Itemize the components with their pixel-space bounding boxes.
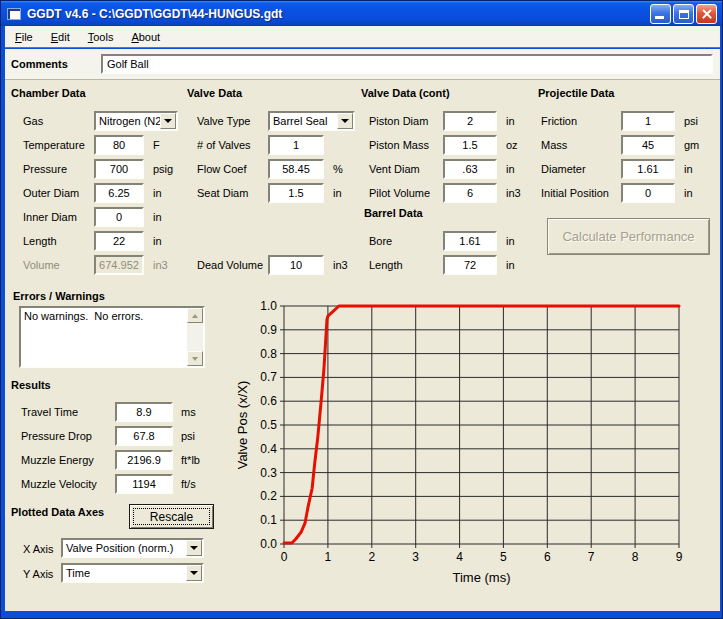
chamber-length-unit: in [153, 235, 162, 247]
seat-diam-unit: in [333, 187, 342, 199]
inner-diam-input[interactable] [94, 207, 144, 227]
x-tick-label: 1 [325, 550, 332, 564]
vent-diam-unit: in [506, 163, 515, 175]
flow-coef-input[interactable] [268, 159, 324, 179]
flow-coef-unit: % [333, 163, 343, 175]
titlebar[interactable]: GGDT v4.6 - C:\GGDT\GGDT\44-HUNGUS.gdt [1, 1, 722, 26]
muzzle-energy-label: Muzzle Energy [21, 454, 94, 466]
menu-edit[interactable]: Edit [49, 29, 72, 45]
initial-position-unit: in [684, 187, 693, 199]
bore-label: Bore [369, 235, 392, 247]
bore-unit: in [506, 235, 515, 247]
gas-select[interactable]: Nitrogen (N2) [94, 111, 178, 131]
minimize-button[interactable] [650, 4, 671, 24]
y-tick-label: 0.6 [260, 394, 277, 408]
initial-position-input[interactable] [621, 183, 675, 203]
calculate-performance-button[interactable]: Calculate Performance [547, 218, 710, 255]
window-title: GGDT v4.6 - C:\GGDT\GGDT\44-HUNGUS.gdt [27, 7, 282, 21]
pilot-volume-input[interactable] [443, 183, 497, 203]
seat-diam-label: Seat Diam [197, 187, 248, 199]
dead-volume-input[interactable] [268, 255, 324, 275]
chevron-down-icon[interactable] [160, 113, 176, 129]
results-title: Results [11, 379, 51, 391]
outer-diam-input[interactable] [94, 183, 144, 203]
scroll-up-icon [192, 314, 198, 318]
seat-diam-input[interactable] [268, 183, 324, 203]
x-axis-title: Time (ms) [452, 570, 510, 585]
vent-diam-label: Vent Diam [369, 163, 420, 175]
menu-tools[interactable]: Tools [86, 29, 116, 45]
menu-file[interactable]: File [13, 29, 35, 45]
scroll-down-button[interactable] [187, 351, 203, 366]
pressure-drop-output [115, 426, 173, 446]
chevron-down-icon[interactable] [337, 113, 353, 129]
y-tick-label: 0.2 [260, 489, 277, 503]
valve-type-select[interactable]: Barrel Seal [268, 111, 355, 131]
valve-data-title: Valve Data [187, 87, 242, 99]
friction-input[interactable] [621, 111, 675, 131]
piston-diam-unit: in [506, 115, 515, 127]
pilot-volume-label: Pilot Volume [369, 187, 430, 199]
chamber-length-label: Length [23, 235, 57, 247]
y-tick-label: 0.5 [260, 418, 277, 432]
diameter-unit: in [684, 163, 693, 175]
pressure-label: Pressure [23, 163, 67, 175]
close-icon [701, 8, 713, 20]
x-axis-value: Valve Position (norm.) [63, 542, 186, 554]
menu-about[interactable]: About [129, 29, 162, 45]
comments-input[interactable] [101, 54, 713, 74]
piston-mass-input[interactable] [443, 135, 497, 155]
mass-unit: gm [684, 139, 699, 151]
errors-textarea[interactable]: No warnings. No errors. [19, 306, 205, 368]
chevron-down-icon[interactable] [186, 540, 202, 556]
comments-label: Comments [11, 58, 68, 70]
inner-diam-label: Inner Diam [23, 211, 77, 223]
chamber-data-title: Chamber Data [11, 87, 86, 99]
close-button[interactable] [696, 4, 717, 24]
scroll-up-button[interactable] [187, 308, 203, 323]
valve-type-label: Valve Type [197, 115, 250, 127]
temperature-input[interactable] [94, 135, 144, 155]
piston-diam-input[interactable] [443, 111, 497, 131]
diameter-label: Diameter [541, 163, 586, 175]
y-tick-label: 0.1 [260, 513, 277, 527]
temperature-unit: F [153, 139, 160, 151]
flow-coef-label: Flow Coef [197, 163, 247, 175]
chevron-down-icon[interactable] [186, 565, 202, 581]
volume-unit: in3 [153, 259, 168, 271]
y-tick-label: 0.8 [260, 347, 277, 361]
maximize-button[interactable] [673, 4, 694, 24]
pressure-input[interactable] [94, 159, 144, 179]
x-tick-label: 4 [456, 550, 463, 564]
y-tick-label: 1.0 [260, 299, 277, 313]
barrel-length-input[interactable] [443, 255, 497, 275]
x-axis-select[interactable]: Valve Position (norm.) [61, 538, 204, 558]
y-axis-select[interactable]: Time [61, 563, 204, 583]
inner-diam-unit: in [153, 211, 162, 223]
mass-label: Mass [541, 139, 567, 151]
y-axis-value: Time [63, 567, 186, 579]
barrel-length-label: Length [369, 259, 403, 271]
mass-input[interactable] [621, 135, 675, 155]
y-tick-label: 0.7 [260, 370, 277, 384]
outer-diam-unit: in [153, 187, 162, 199]
rescale-label: Rescale [130, 505, 213, 528]
num-valves-label: # of Valves [197, 139, 251, 151]
initial-position-label: Initial Position [541, 187, 609, 199]
errors-warnings-title: Errors / Warnings [13, 290, 105, 302]
scrollbar[interactable] [187, 308, 203, 366]
vent-diam-input[interactable] [443, 159, 497, 179]
y-axis-title: Valve Pos (x/X) [235, 381, 250, 470]
pressure-drop-unit: psi [181, 430, 195, 442]
chamber-length-input[interactable] [94, 231, 144, 251]
maximize-icon [679, 10, 689, 19]
calculate-performance-label: Calculate Performance [548, 219, 709, 254]
num-valves-input[interactable] [268, 135, 324, 155]
muzzle-energy-unit: ft*lb [181, 454, 200, 466]
friction-unit: psi [684, 115, 698, 127]
bore-input[interactable] [443, 231, 497, 251]
rescale-button[interactable]: Rescale [129, 504, 214, 529]
gas-label: Gas [23, 115, 43, 127]
y-tick-label: 0.0 [260, 537, 277, 551]
diameter-input[interactable] [621, 159, 675, 179]
